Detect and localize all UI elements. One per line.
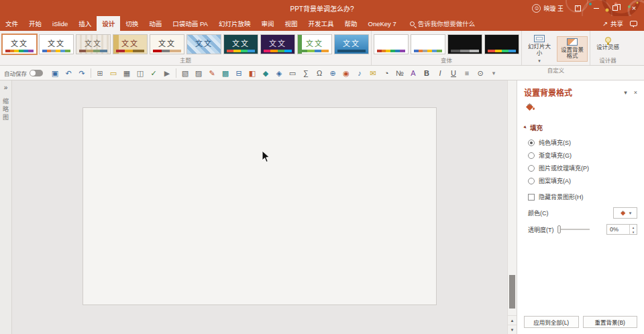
video-icon[interactable]: ◉ (339, 66, 353, 80)
wordart-icon[interactable]: A (407, 66, 420, 80)
apply-to-all-button[interactable]: 应用到全部(L) (524, 316, 579, 328)
theme-thumbnail-10[interactable]: 文文 (334, 34, 369, 54)
italic-icon[interactable]: I (433, 66, 447, 80)
theme-thumbnail-2[interactable]: 文文 (39, 34, 74, 54)
radio-picture-texture-fill[interactable]: 图片或纹理填充(P) (517, 162, 644, 174)
spin-up-icon[interactable]: ▴ (630, 225, 637, 229)
panel-options-chevron-icon[interactable]: ▾ (624, 89, 627, 96)
ribbon-display-options-button[interactable]: ^ (569, 1, 586, 15)
design-ideas-button[interactable]: 设计灵感 (592, 35, 623, 53)
tab-help[interactable]: 帮助 (339, 16, 363, 31)
thumbnails-pane-collapsed[interactable]: » 缩略图 (0, 80, 12, 334)
text-box-icon[interactable]: ▭ (286, 66, 299, 80)
panel-close-icon[interactable]: × (634, 89, 637, 96)
share-button[interactable]: ↗ 共享 (602, 19, 623, 28)
tab-islide[interactable]: iSlide (47, 16, 73, 31)
theme-thumbnail-4[interactable]: 文文 (113, 34, 148, 54)
radio-gradient-fill[interactable]: 渐变填充(G) (517, 149, 644, 162)
theme-thumbnail-9[interactable]: 文文 (297, 34, 332, 54)
tab-design[interactable]: 设计 (97, 16, 120, 31)
spelling-icon[interactable]: ✓ (147, 66, 160, 80)
shapes-icon[interactable]: ◆ (259, 66, 272, 80)
hyperlink-icon[interactable]: ⊕ (326, 66, 339, 80)
format-background-button[interactable]: 设置背景格式 (557, 36, 588, 62)
copy-icon[interactable]: ▧ (178, 66, 192, 80)
chart-icon[interactable]: ◧ (246, 66, 259, 80)
variant-thumbnail-2[interactable] (411, 34, 445, 54)
tab-view[interactable]: 视图 (279, 16, 303, 31)
open-icon[interactable]: ▭ (107, 66, 120, 80)
tab-onekey[interactable]: OneKey 7 (363, 16, 402, 31)
variant-thumbnail-1[interactable] (374, 34, 409, 54)
radio-pattern-fill[interactable]: 图案填充(A) (517, 174, 644, 187)
radio-icon[interactable] (528, 165, 535, 172)
transparency-spinner[interactable]: 0% ▴ ▾ (606, 224, 637, 235)
picture-icon[interactable]: ▩ (219, 66, 232, 80)
redo-icon[interactable]: ↷ (75, 66, 89, 80)
tell-me-search[interactable]: 告诉我你想要做什么 (410, 16, 476, 31)
transparency-slider[interactable] (559, 229, 590, 230)
user-account[interactable]: ☺ 映璇 王 (532, 4, 564, 13)
autosave-toggle[interactable] (30, 70, 43, 76)
theme-thumbnail-3[interactable]: 文文 (76, 34, 111, 54)
theme-thumbnail-8[interactable]: 文文 (260, 34, 295, 54)
tab-insert[interactable]: 插入 (73, 16, 97, 31)
color-picker-button[interactable]: ▾ (613, 207, 637, 219)
previous-slide-button[interactable]: ▲ (508, 315, 517, 325)
radio-icon[interactable] (528, 178, 535, 184)
fill-section-header[interactable]: ▴ 填充 (517, 116, 644, 136)
tab-slideshow[interactable]: 幻灯片放映 (213, 16, 256, 31)
theme-thumbnail-7[interactable]: 文文 (223, 34, 258, 54)
vertical-scrollbar[interactable]: ▲ ▼ (507, 80, 517, 334)
smartart-icon[interactable]: ◈ (272, 66, 286, 80)
slider-handle[interactable] (557, 225, 561, 233)
restore-button[interactable] (606, 1, 624, 15)
zoom-icon[interactable]: ⊙ (474, 66, 487, 80)
table-icon[interactable]: ⊟ (232, 66, 246, 80)
undo-icon[interactable]: ↶ (62, 66, 75, 80)
checkbox-icon[interactable] (528, 194, 535, 201)
close-button[interactable]: × (625, 1, 643, 15)
tab-developer[interactable]: 开发工具 (303, 16, 339, 31)
comment-icon[interactable]: ✉ (366, 66, 380, 80)
theme-thumbnail-5[interactable]: 文文 (150, 34, 184, 54)
audio-icon[interactable]: ♪ (353, 66, 366, 80)
tab-review[interactable]: 审阅 (256, 16, 279, 31)
new-slide-icon[interactable]: ⊞ (93, 66, 107, 80)
next-slide-button[interactable]: ▼ (508, 325, 517, 334)
variant-thumbnail-4[interactable] (484, 34, 519, 54)
radio-solid-fill[interactable]: 纯色填充(S) (517, 136, 644, 149)
more-commands-icon[interactable]: ▾ (487, 66, 500, 80)
slideshow-icon[interactable]: ▶ (160, 66, 174, 80)
scrollbar-thumb[interactable] (509, 275, 515, 309)
theme-thumbnail-1[interactable]: 文文 (2, 34, 37, 54)
slide-canvas[interactable] (83, 107, 437, 305)
date-time-icon[interactable]: ◔ (380, 66, 393, 80)
slide-number-icon[interactable]: № (393, 66, 407, 80)
equation-icon[interactable]: ∑ (299, 66, 313, 80)
tab-file[interactable]: 文件 (0, 16, 23, 31)
print-icon[interactable]: ▦ (120, 66, 133, 80)
tab-home[interactable]: 开始 (23, 16, 47, 31)
theme-thumbnail-6[interactable]: 文文 (186, 34, 221, 54)
transparency-value[interactable]: 0% (607, 225, 629, 234)
spin-down-icon[interactable]: ▾ (630, 229, 637, 234)
format-painter-icon[interactable]: ✎ (205, 66, 219, 80)
tab-pocket-animation[interactable]: 口袋动画 PA (167, 16, 213, 31)
radio-icon[interactable] (528, 140, 535, 146)
tab-animations[interactable]: 动画 (144, 16, 167, 31)
print-preview-icon[interactable]: ◫ (133, 66, 147, 80)
slide-size-button[interactable]: 幻灯片大小 ▾ (524, 33, 555, 65)
comments-icon[interactable] (630, 21, 637, 26)
bold-icon[interactable]: B (420, 66, 433, 80)
expand-pane-icon[interactable]: » (4, 84, 8, 91)
save-icon[interactable]: ▣ (48, 66, 62, 80)
minimize-button[interactable] (588, 1, 605, 15)
scrollbar-track[interactable] (508, 80, 517, 315)
reset-background-button[interactable]: 重置背景(B) (583, 316, 638, 328)
underline-icon[interactable]: U (447, 66, 460, 80)
radio-icon[interactable] (528, 152, 535, 159)
checkbox-hide-background-graphics[interactable]: 隐藏背景图形(H) (517, 190, 644, 203)
align-icon[interactable]: ≡ (460, 66, 474, 80)
variant-thumbnail-3[interactable] (447, 34, 482, 54)
